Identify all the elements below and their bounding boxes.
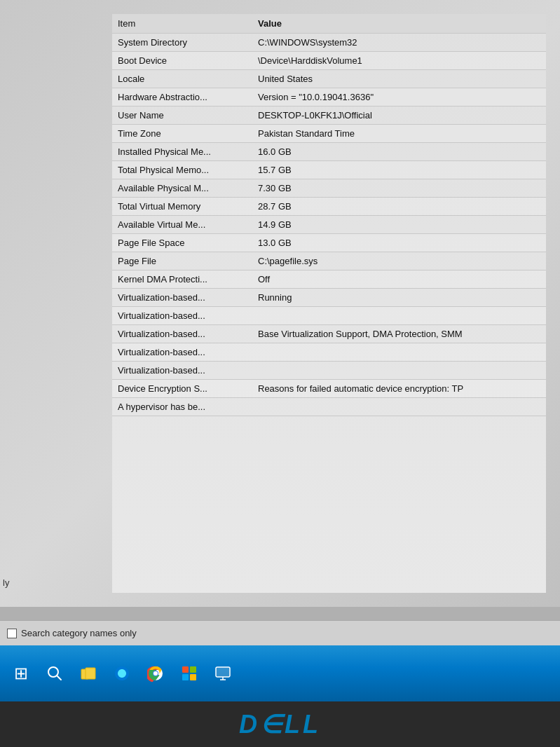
table-row: LocaleUnited States	[112, 70, 546, 88]
table-cell-item: A hypervisor has be...	[112, 398, 252, 416]
table-cell-item: Device Encryption S...	[112, 380, 252, 398]
table-row: Hardware Abstractio...Version = "10.0.19…	[112, 88, 546, 107]
table-cell-item: Virtualization-based...	[112, 343, 252, 362]
table-cell-value: 13.0 GB	[252, 234, 546, 252]
file-explorer-button[interactable]	[73, 658, 104, 689]
table-header-row: Item Value	[112, 14, 546, 34]
svg-rect-11	[216, 667, 230, 677]
table-cell-value: C:\pagefile.sys	[252, 252, 546, 270]
search-category-checkbox[interactable]	[7, 629, 17, 638]
table-cell-item: Total Physical Memo...	[112, 161, 252, 179]
table-cell-item: Available Virtual Me...	[112, 216, 252, 234]
table-cell-item: Kernel DMA Protecti...	[112, 270, 252, 289]
search-category-label: Search category names only	[21, 628, 137, 638]
table-row: Virtualization-based...	[112, 362, 546, 380]
table-cell-value: DESKTOP-L0KFK1J\Official	[252, 107, 546, 125]
system-info-table: Item Value System DirectoryC:\WINDOWS\sy…	[112, 14, 546, 416]
table-cell-value: \Device\HarddiskVolume1	[252, 52, 546, 70]
table-cell-value: Version = "10.0.19041.3636"	[252, 88, 546, 107]
table-cell-item: Page File Space	[112, 234, 252, 252]
sidebar-hint-text: ly	[0, 575, 21, 591]
table-row: Available Virtual Me...14.9 GB	[112, 216, 546, 234]
table-cell-item: System Directory	[112, 34, 252, 52]
table-cell-item: Boot Device	[112, 52, 252, 70]
search-checkbox-container[interactable]: Search category names only	[7, 628, 137, 638]
table-row: Device Encryption S...Reasons for failed…	[112, 380, 546, 398]
table-cell-item: Virtualization-based...	[112, 362, 252, 380]
table-cell-item: Total Virtual Memory	[112, 198, 252, 216]
table-cell-item: Virtualization-based...	[112, 325, 252, 343]
table-cell-value: 15.7 GB	[252, 161, 546, 179]
table-cell-value: Running	[252, 289, 546, 307]
svg-rect-9	[182, 674, 189, 680]
table-cell-value: 14.9 GB	[252, 216, 546, 234]
svg-point-6	[153, 671, 158, 676]
table-cell-item: Virtualization-based...	[112, 307, 252, 325]
taskbar: ⊞	[0, 645, 560, 701]
svg-line-1	[57, 676, 61, 680]
column-header-item: Item	[112, 14, 252, 34]
store-button[interactable]	[174, 658, 205, 689]
monitor-button[interactable]	[207, 658, 238, 689]
table-row: Virtualization-based...	[112, 343, 546, 362]
table-cell-value: Pakistan Standard Time	[252, 125, 546, 143]
system-info-table-container: Item Value System DirectoryC:\WINDOWS\sy…	[112, 14, 546, 593]
table-cell-value: Base Virtualization Support, DMA Protect…	[252, 325, 546, 343]
table-row: Total Virtual Memory28.7 GB	[112, 198, 546, 216]
table-row: Page FileC:\pagefile.sys	[112, 252, 546, 270]
table-row: Total Physical Memo...15.7 GB	[112, 161, 546, 179]
table-cell-value: Off	[252, 270, 546, 289]
table-row: Virtualization-based...Base Virtualizati…	[112, 325, 546, 343]
table-row: System DirectoryC:\WINDOWS\system32	[112, 34, 546, 52]
table-cell-value	[252, 307, 546, 325]
table-cell-item: Time Zone	[112, 125, 252, 143]
main-content-area: Item Value System DirectoryC:\WINDOWS\sy…	[0, 0, 560, 607]
search-button[interactable]	[39, 658, 70, 689]
table-cell-item: Locale	[112, 70, 252, 88]
dell-logo: D∈LL	[239, 710, 321, 739]
search-bar-area: Search category names only	[0, 620, 560, 645]
table-cell-value: C:\WINDOWS\system32	[252, 34, 546, 52]
dell-logo-area: D∈LL	[0, 701, 560, 747]
table-cell-item: User Name	[112, 107, 252, 125]
table-row: Available Physical M...7.30 GB	[112, 179, 546, 198]
table-row: Virtualization-based...	[112, 307, 546, 325]
table-cell-value: 28.7 GB	[252, 198, 546, 216]
table-cell-value	[252, 343, 546, 362]
table-row: User NameDESKTOP-L0KFK1J\Official	[112, 107, 546, 125]
table-cell-value	[252, 362, 546, 380]
table-row: Virtualization-based...Running	[112, 289, 546, 307]
svg-rect-7	[182, 666, 189, 673]
table-row: Boot Device\Device\HarddiskVolume1	[112, 52, 546, 70]
table-row: Installed Physical Me...16.0 GB	[112, 143, 546, 161]
table-row: Kernel DMA Protecti...Off	[112, 270, 546, 289]
table-cell-item: Virtualization-based...	[112, 289, 252, 307]
table-row: Page File Space13.0 GB	[112, 234, 546, 252]
table-cell-item: Page File	[112, 252, 252, 270]
table-cell-value: United States	[252, 70, 546, 88]
table-row: Time ZonePakistan Standard Time	[112, 125, 546, 143]
svg-rect-8	[190, 666, 196, 673]
chrome-browser-button[interactable]	[140, 658, 171, 689]
table-cell-value: 7.30 GB	[252, 179, 546, 198]
table-cell-value: Reasons for failed automatic device encr…	[252, 380, 546, 398]
table-cell-value: 16.0 GB	[252, 143, 546, 161]
svg-rect-10	[190, 674, 196, 680]
table-cell-item: Hardware Abstractio...	[112, 88, 252, 107]
table-cell-item: Available Physical M...	[112, 179, 252, 198]
svg-rect-3	[86, 668, 95, 679]
table-row: A hypervisor has be...	[112, 398, 546, 416]
column-header-value: Value	[252, 14, 546, 34]
table-cell-value	[252, 398, 546, 416]
table-cell-item: Installed Physical Me...	[112, 143, 252, 161]
edge-browser-button[interactable]	[107, 658, 137, 689]
start-button[interactable]: ⊞	[6, 658, 36, 689]
